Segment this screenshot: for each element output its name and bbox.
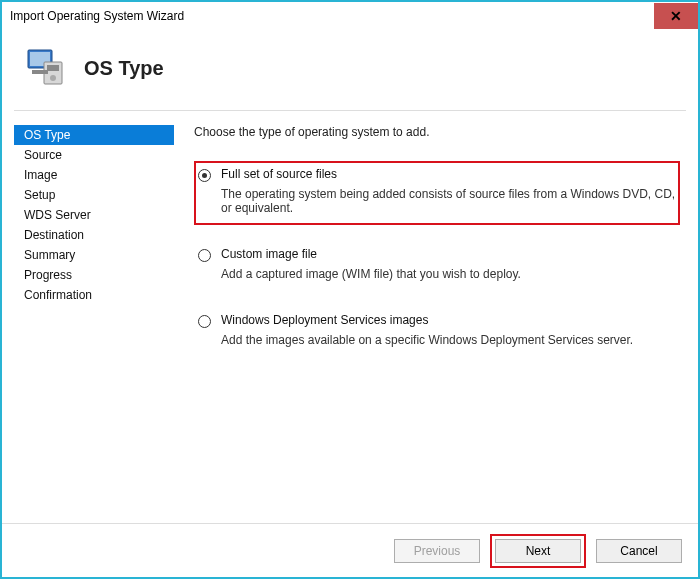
option-wds-images-text: Windows Deployment Services images Add t… bbox=[221, 313, 676, 347]
option-wds-images-desc: Add the images available on a specific W… bbox=[221, 333, 676, 347]
next-button-highlight: Next bbox=[490, 534, 586, 568]
sidebar-item-summary[interactable]: Summary bbox=[14, 245, 174, 265]
sidebar-item-destination[interactable]: Destination bbox=[14, 225, 174, 245]
option-full-source[interactable]: Full set of source files The operating s… bbox=[194, 161, 680, 225]
svg-point-4 bbox=[50, 75, 56, 81]
page-header: OS Type bbox=[2, 30, 698, 110]
option-full-source-label: Full set of source files bbox=[221, 167, 676, 181]
previous-button: Previous bbox=[394, 539, 480, 563]
option-wds-images[interactable]: Windows Deployment Services images Add t… bbox=[194, 307, 680, 357]
wizard-content: Choose the type of operating system to a… bbox=[184, 125, 686, 523]
cancel-button[interactable]: Cancel bbox=[596, 539, 682, 563]
sidebar-item-confirmation[interactable]: Confirmation bbox=[14, 285, 174, 305]
wizard-window: Import Operating System Wizard ✕ OS Type… bbox=[0, 0, 700, 579]
instruction-text: Choose the type of operating system to a… bbox=[194, 125, 680, 139]
svg-rect-3 bbox=[47, 65, 59, 71]
option-full-source-text: Full set of source files The operating s… bbox=[221, 167, 676, 215]
svg-rect-5 bbox=[32, 70, 48, 74]
option-custom-image-label: Custom image file bbox=[221, 247, 676, 261]
wizard-footer: Previous Next Cancel bbox=[2, 523, 698, 577]
sidebar-item-progress[interactable]: Progress bbox=[14, 265, 174, 285]
sidebar-item-os-type[interactable]: OS Type bbox=[14, 125, 174, 145]
wizard-body: OS Type Source Image Setup WDS Server De… bbox=[2, 111, 698, 523]
option-custom-image[interactable]: Custom image file Add a captured image (… bbox=[194, 241, 680, 291]
sidebar-item-wds-server[interactable]: WDS Server bbox=[14, 205, 174, 225]
next-button[interactable]: Next bbox=[495, 539, 581, 563]
option-full-source-desc: The operating system being added consist… bbox=[221, 187, 676, 215]
radio-full-source[interactable] bbox=[198, 169, 211, 182]
sidebar-item-image[interactable]: Image bbox=[14, 165, 174, 185]
sidebar-item-setup[interactable]: Setup bbox=[14, 185, 174, 205]
page-title: OS Type bbox=[84, 57, 164, 80]
option-custom-image-text: Custom image file Add a captured image (… bbox=[221, 247, 676, 281]
option-wds-images-label: Windows Deployment Services images bbox=[221, 313, 676, 327]
os-type-icon bbox=[22, 44, 70, 92]
window-title: Import Operating System Wizard bbox=[10, 9, 184, 23]
radio-wds-images[interactable] bbox=[198, 315, 211, 328]
close-button[interactable]: ✕ bbox=[654, 3, 698, 29]
radio-custom-image[interactable] bbox=[198, 249, 211, 262]
titlebar: Import Operating System Wizard ✕ bbox=[2, 2, 698, 30]
sidebar-item-source[interactable]: Source bbox=[14, 145, 174, 165]
option-custom-image-desc: Add a captured image (WIM file) that you… bbox=[221, 267, 676, 281]
close-icon: ✕ bbox=[670, 8, 682, 24]
wizard-steps-sidebar: OS Type Source Image Setup WDS Server De… bbox=[14, 125, 184, 523]
